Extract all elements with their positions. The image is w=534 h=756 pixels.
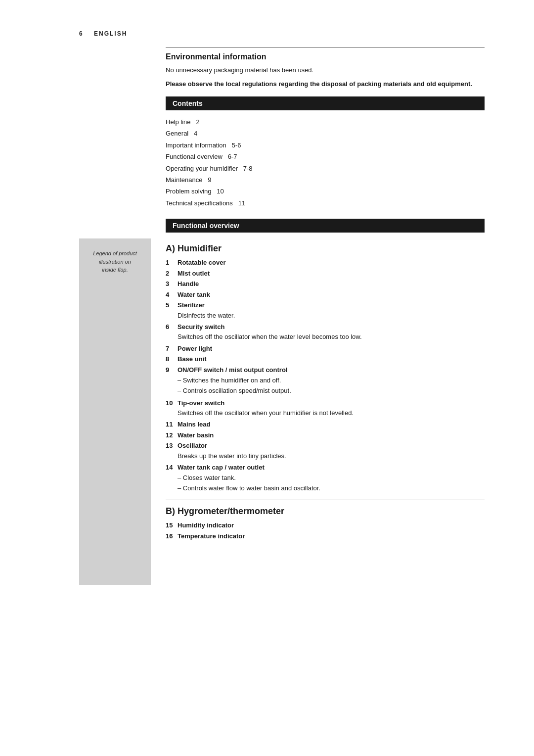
env-info-section: Environmental information No unnecessary…	[79, 47, 485, 89]
item-number: 7	[166, 344, 178, 354]
item-number: 14	[166, 463, 178, 472]
item-label: Temperature indicator	[178, 531, 245, 541]
item-number: 2	[166, 269, 178, 279]
list-item: Functional overview 6-7	[166, 151, 485, 162]
humidifier-title: A) Humidifier	[166, 243, 485, 254]
legend-line3: inside flap.	[93, 266, 137, 274]
functional-content-layout: Legend of product illustration on inside…	[79, 238, 485, 585]
contents-item-label: Operating your humidifier 7-8	[166, 163, 253, 174]
functional-overview-header: Functional overview	[166, 219, 485, 233]
env-divider	[166, 47, 485, 47]
item-number: 12	[166, 430, 178, 440]
legend-text: Legend of product illustration on inside…	[89, 244, 141, 279]
list-item: Operating your humidifier 7-8	[166, 163, 485, 174]
humidifier-item-2: 2 Mist outlet	[166, 269, 485, 279]
env-text1: No unnecessary packaging material has be…	[166, 65, 485, 75]
humidifier-section: A) Humidifier 1 Rotatable cover 2 Mist o…	[166, 243, 485, 494]
humidifier-item-1: 1 Rotatable cover	[166, 258, 485, 268]
contents-item-label: Help line 2	[166, 116, 200, 128]
main-layout: Environmental information No unnecessary…	[0, 47, 534, 585]
item-label: Base unit	[178, 354, 207, 364]
item-label: Water tank	[178, 290, 210, 300]
item-bullet-14a: – Closes water tank.	[178, 473, 485, 483]
item-label: Security switch	[178, 322, 224, 332]
sidebar-container: Legend of product illustration on inside…	[79, 238, 166, 585]
humidifier-item-14: 14 Water tank cap / water outlet	[166, 463, 485, 472]
list-item: Technical specifications 11	[166, 197, 485, 209]
item-label: Mains lead	[178, 420, 210, 429]
humidifier-item-7: 7 Power light	[166, 344, 485, 354]
legend-line2: illustration on	[93, 258, 137, 266]
sub-divider	[166, 500, 485, 500]
hygrometer-section: B) Hygrometer/thermometer 15 Humidity in…	[166, 500, 485, 541]
list-item: Maintenance 9	[166, 174, 485, 186]
hygrometer-item-16: 16 Temperature indicator	[166, 531, 485, 541]
humidifier-item-5: 5 Sterilizer	[166, 300, 485, 310]
item-bullet-9a: – Switches the humidifier on and off.	[178, 376, 485, 386]
sidebar-gray-box: Legend of product illustration on inside…	[79, 238, 151, 585]
contents-section: Contents Help line 2 General 4 Important…	[79, 96, 485, 233]
language-label: ENGLISH	[94, 30, 127, 37]
item-label: Mist outlet	[178, 269, 210, 279]
humidifier-item-9: 9 ON/OFF switch / mist output control	[166, 365, 485, 375]
item-label: Rotatable cover	[178, 258, 226, 268]
hygrometer-title: B) Hygrometer/thermometer	[166, 506, 485, 517]
item-label: Tip-over switch	[178, 398, 224, 408]
item-label: Oscillator	[178, 441, 207, 451]
page-number-label: 6 ENGLISH	[79, 30, 127, 37]
contents-item-label: General 4	[166, 128, 197, 139]
contents-header: Contents	[166, 96, 485, 110]
item-bullet-9b: – Controls oscillation speed/mist output…	[178, 386, 485, 396]
item-number: 8	[166, 354, 178, 364]
item-desc-5: Disinfects the water.	[178, 311, 485, 320]
item-desc-10: Switches off the oscillator when your hu…	[178, 409, 485, 418]
item-number: 3	[166, 279, 178, 289]
item-label: Sterilizer	[178, 300, 205, 310]
page: 6 ENGLISH Environmental information No u…	[0, 0, 534, 756]
item-desc-6: Switches off the oscillator when the wat…	[178, 332, 485, 341]
list-item: General 4	[166, 128, 485, 139]
item-number: 1	[166, 258, 178, 268]
item-number: 10	[166, 398, 178, 408]
contents-item-label: Important information 5-6	[166, 140, 241, 151]
item-label: Water basin	[178, 430, 214, 440]
item-number: 6	[166, 322, 178, 332]
contents-item-label: Problem solving 10	[166, 186, 224, 197]
humidifier-item-8: 8 Base unit	[166, 354, 485, 364]
env-title: Environmental information	[166, 52, 485, 61]
humidifier-item-3: 3 Handle	[166, 279, 485, 289]
humidifier-item-6: 6 Security switch	[166, 322, 485, 332]
item-number: 13	[166, 441, 178, 451]
list-item: Problem solving 10	[166, 186, 485, 197]
item-number: 4	[166, 290, 178, 300]
item-label: Humidity indicator	[178, 520, 234, 530]
item-label: Power light	[178, 344, 212, 354]
humidifier-item-10: 10 Tip-over switch	[166, 398, 485, 408]
item-label: Handle	[178, 279, 199, 289]
humidifier-item-13: 13 Oscillator	[166, 441, 485, 451]
item-label: Water tank cap / water outlet	[178, 463, 265, 472]
humidifier-item-4: 4 Water tank	[166, 290, 485, 300]
list-item: Help line 2	[166, 116, 485, 128]
contents-item-label: Maintenance 9	[166, 174, 212, 186]
contents-list: Help line 2 General 4 Important informat…	[166, 116, 485, 209]
humidifier-item-12: 12 Water basin	[166, 430, 485, 440]
item-number: 9	[166, 365, 178, 375]
env-text2: Please observe the local regulations reg…	[166, 79, 485, 89]
list-item: Important information 5-6	[166, 140, 485, 151]
item-number: 16	[166, 531, 178, 541]
item-bullet-14b: – Controls water flow to water basin and…	[178, 483, 485, 494]
page-header: 6 ENGLISH	[0, 30, 534, 47]
hygrometer-item-15: 15 Humidity indicator	[166, 520, 485, 530]
page-number: 6	[79, 30, 84, 37]
contents-item-label: Functional overview 6-7	[166, 151, 237, 162]
item-number: 15	[166, 520, 178, 530]
item-number: 5	[166, 300, 178, 310]
item-label: ON/OFF switch / mist output control	[178, 365, 287, 375]
functional-detail: A) Humidifier 1 Rotatable cover 2 Mist o…	[166, 238, 485, 585]
legend-line1: Legend of product	[93, 249, 137, 258]
humidifier-item-11: 11 Mains lead	[166, 420, 485, 429]
contents-item-label: Technical specifications 11	[166, 197, 245, 209]
item-desc-13: Breaks up the water into tiny particles.	[178, 452, 485, 461]
item-number: 11	[166, 420, 178, 429]
